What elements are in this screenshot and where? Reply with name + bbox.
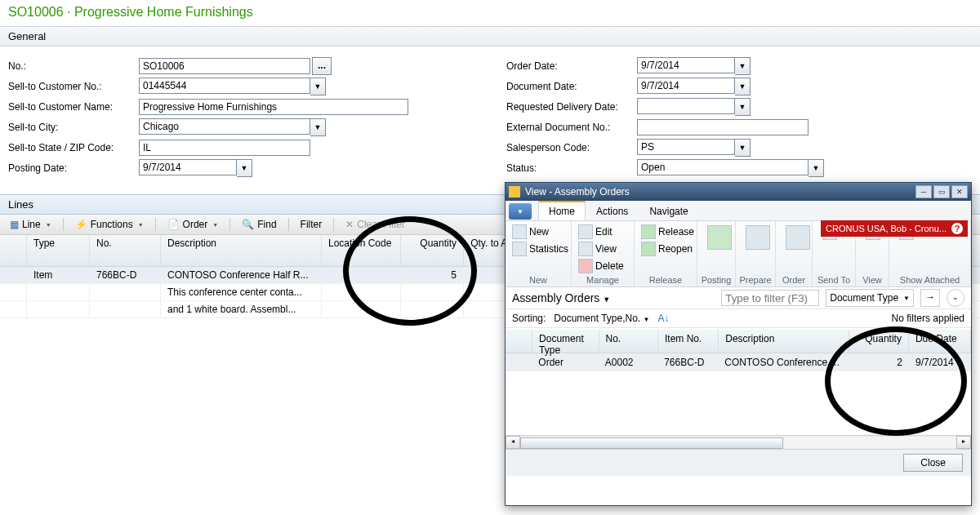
pcol-desc[interactable]: Description <box>719 330 849 353</box>
docdate-input[interactable] <box>637 78 735 94</box>
general-header[interactable]: General <box>0 26 980 47</box>
app-menu-button[interactable]: ▼ <box>509 203 532 220</box>
scroll-left-button[interactable]: ◂ <box>506 436 520 449</box>
no-input[interactable] <box>139 58 310 74</box>
release-button[interactable]: Release <box>639 224 696 240</box>
col-loc[interactable]: Location Code <box>322 235 401 266</box>
reqdeliv-label: Requested Delivery Date: <box>506 101 637 113</box>
sort-asc-icon[interactable]: A↓ <box>657 313 669 324</box>
help-icon[interactable]: ? <box>951 223 963 234</box>
extdoc-input[interactable] <box>637 119 808 135</box>
col-no[interactable]: No. <box>90 235 161 266</box>
reopen-icon <box>641 242 656 256</box>
ribbon-tabs: ▼ Home Actions Navigate <box>506 201 971 221</box>
sort-label: Sorting: <box>512 313 546 324</box>
close-button[interactable]: Close <box>903 454 963 472</box>
list-toolbar: Assembly Orders ▼ Document Type▼ → ⌄ <box>506 287 971 309</box>
pcol-no[interactable]: No. <box>599 330 658 353</box>
maximize-button[interactable]: ▭ <box>933 185 950 198</box>
popup-table-row[interactable]: Order A0002 766BC-D CONTOSO Conference H… <box>506 353 971 371</box>
delete-icon <box>578 259 593 273</box>
orderdate-input[interactable] <box>637 57 735 73</box>
order-icon <box>786 225 810 250</box>
tb-clearfilter-button: ✕Clear Filter <box>341 216 410 233</box>
delete-button[interactable]: Delete <box>577 258 626 274</box>
docdate-dropdown[interactable]: ▼ <box>735 78 751 95</box>
tb-order-menu[interactable]: 📄Order▼ <box>163 216 224 233</box>
pcol-doctype[interactable]: Document Type <box>532 330 599 353</box>
tab-home[interactable]: Home <box>538 201 586 220</box>
popup-grid-header: Document Type No. Item No. Description Q… <box>506 330 971 353</box>
reqdeliv-dropdown[interactable]: ▼ <box>735 98 751 116</box>
postingdate-label: Posting Date: <box>8 162 139 174</box>
scroll-right-button[interactable]: ▸ <box>956 436 971 449</box>
status-dropdown[interactable]: ▼ <box>808 159 824 177</box>
expand-button[interactable]: ⌄ <box>947 289 964 307</box>
app-icon <box>509 186 520 198</box>
tab-actions[interactable]: Actions <box>586 202 639 220</box>
selltostate-input[interactable] <box>139 140 310 156</box>
prepare-icon <box>746 225 770 250</box>
col-type[interactable]: Type <box>27 235 90 266</box>
edit-icon <box>578 224 593 239</box>
tab-navigate[interactable]: Navigate <box>639 202 698 220</box>
pcol-item[interactable]: Item No. <box>658 330 719 353</box>
pcol-due[interactable]: Due Date <box>909 330 971 353</box>
orderdate-label: Order Date: <box>506 60 637 72</box>
no-filters-label: No filters applied <box>892 313 964 324</box>
posting-button[interactable] <box>702 224 737 274</box>
sort-bar: Sorting: Document Type,No. ▼ A↓ No filte… <box>506 309 971 328</box>
filter-input[interactable] <box>721 290 819 306</box>
tb-filter-button[interactable]: Filter <box>296 216 327 233</box>
prepare-button[interactable] <box>741 224 775 274</box>
company-indicator: CRONUS USA, Bob - Cronu...? <box>821 220 968 237</box>
selltono-dropdown[interactable]: ▼ <box>310 78 326 95</box>
col-qty[interactable]: Quantity <box>401 235 464 266</box>
status-label: Status: <box>506 162 637 174</box>
new-icon <box>512 224 527 239</box>
tb-functions-menu[interactable]: ⚡Functions▼ <box>70 216 149 233</box>
h-scrollbar[interactable]: ◂ ▸ <box>506 435 971 449</box>
salesperson-dropdown[interactable]: ▼ <box>735 139 751 157</box>
window-title: View - Assembly Orders <box>525 186 630 198</box>
no-label: No.: <box>8 60 139 72</box>
page-title: SO10006 · Progressive Home Furnishings <box>0 0 980 26</box>
pcol-qty[interactable]: Quantity <box>849 330 908 353</box>
view-button[interactable]: View <box>577 241 626 257</box>
extdoc-label: External Document No.: <box>506 122 637 133</box>
selltocity-label: Sell-to City: <box>8 122 139 133</box>
postingdate-input[interactable] <box>139 159 237 175</box>
col-desc[interactable]: Description <box>161 235 322 266</box>
filter-go-button[interactable]: → <box>920 289 940 307</box>
assembly-orders-window: View - Assembly Orders ─ ▭ ✕ ▼ Home Acti… <box>505 182 972 506</box>
reqdeliv-input[interactable] <box>637 98 735 114</box>
tb-find-button[interactable]: 🔍Find <box>237 216 281 233</box>
order-button[interactable] <box>781 224 815 274</box>
close-window-button[interactable]: ✕ <box>951 185 968 198</box>
salesperson-input[interactable] <box>637 139 735 155</box>
reopen-button[interactable]: Reopen <box>639 241 696 257</box>
salesperson-label: Salesperson Code: <box>506 142 637 153</box>
sort-value[interactable]: Document Type,No. ▼ <box>554 313 649 324</box>
list-title[interactable]: Assembly Orders ▼ <box>512 291 610 304</box>
selltoname-input[interactable] <box>139 99 408 115</box>
selltono-label: Sell-to Customer No.: <box>8 81 139 92</box>
no-lookup-button[interactable]: ... <box>312 57 332 75</box>
status-input[interactable] <box>637 159 808 175</box>
posting-icon <box>707 225 732 250</box>
selltono-input[interactable] <box>139 78 310 94</box>
statistics-button[interactable]: Statistics <box>510 241 570 257</box>
selltoname-label: Sell-to Customer Name: <box>8 101 139 113</box>
selltocity-dropdown[interactable]: ▼ <box>310 118 326 136</box>
release-icon <box>641 224 656 239</box>
edit-button[interactable]: Edit <box>577 224 626 240</box>
selltocity-input[interactable] <box>139 118 310 135</box>
orderdate-dropdown[interactable]: ▼ <box>735 57 751 75</box>
new-button[interactable]: New <box>510 224 570 240</box>
postingdate-dropdown[interactable]: ▼ <box>237 159 252 177</box>
selltostate-label: Sell-to State / ZIP Code: <box>8 142 139 153</box>
filter-field-select[interactable]: Document Type▼ <box>826 289 914 307</box>
window-titlebar[interactable]: View - Assembly Orders ─ ▭ ✕ <box>506 183 971 201</box>
minimize-button[interactable]: ─ <box>915 185 932 198</box>
tb-line-menu[interactable]: ▦Line▼ <box>5 216 56 233</box>
